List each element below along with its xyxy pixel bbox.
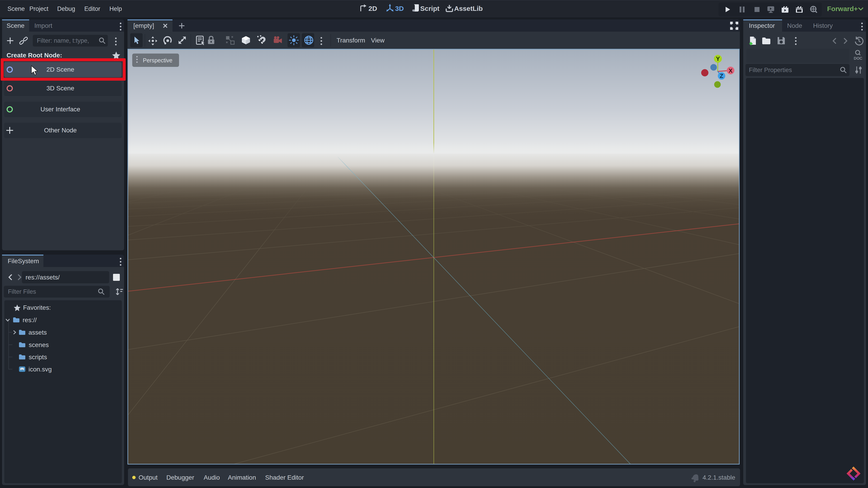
- svg-text:DOC: DOC: [854, 56, 862, 61]
- svg-text:Y: Y: [716, 55, 720, 62]
- svg-text:Z: Z: [720, 72, 723, 79]
- svg-text:X: X: [728, 67, 733, 74]
